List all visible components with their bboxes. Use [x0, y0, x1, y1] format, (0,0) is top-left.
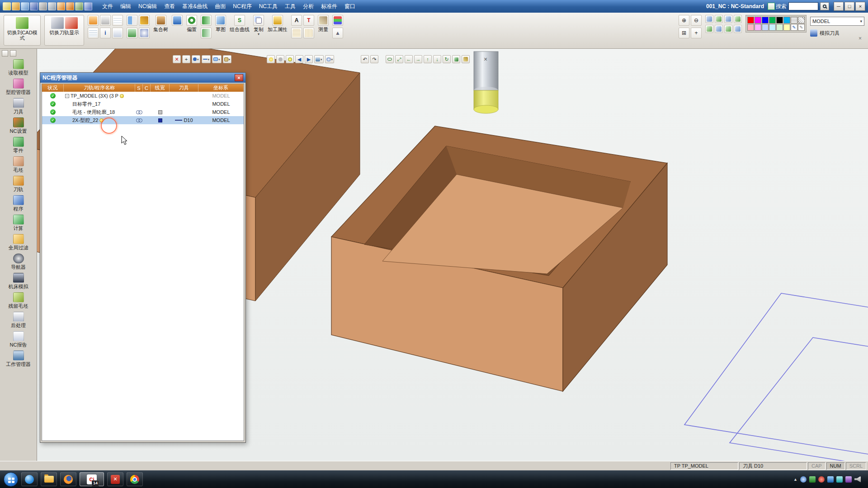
tray-expand-icon[interactable]: ▲	[793, 477, 797, 482]
nc-manager-close-button[interactable]: ×	[235, 74, 243, 81]
color-swatch[interactable]	[783, 17, 790, 23]
csys-icon[interactable]	[734, 25, 742, 33]
col-c[interactable]: C	[143, 84, 151, 92]
sidebar-item-nc-setup[interactable]: NC设置	[0, 116, 37, 136]
menu-standard-parts[interactable]: 标准件	[317, 1, 341, 12]
redo-icon[interactable]: ↷	[370, 55, 378, 63]
table-row[interactable]: ✓ − TP_MODEL (3X) (3 P MODEL	[42, 92, 244, 100]
zoom-fit-icon[interactable]: ⊞	[679, 28, 689, 38]
layers-color-icon[interactable]	[332, 15, 343, 26]
sidebar-item-nc-report[interactable]: NC报告	[0, 330, 37, 349]
tray-icon[interactable]	[827, 476, 834, 483]
menu-surface[interactable]: 曲面	[211, 1, 229, 12]
open-file-icon[interactable]	[12, 2, 20, 10]
sidebar-item-calculate[interactable]: 计算	[0, 213, 37, 233]
horizontal-ruler-icon[interactable]	[303, 28, 314, 38]
print-icon[interactable]	[48, 2, 56, 10]
color-swatch[interactable]	[776, 17, 783, 23]
rotate-view-icon[interactable]: ↻	[443, 55, 451, 63]
cutting-tool[interactable]: ×	[474, 52, 498, 113]
taskbar-chrome-button[interactable]	[127, 472, 143, 486]
copy-dropdown-icon[interactable]: ▾	[258, 32, 259, 36]
taskbar-explorer-button[interactable]	[41, 472, 57, 486]
connect-icon[interactable]	[386, 55, 394, 63]
pocket-box-model[interactable]	[331, 126, 667, 391]
close-button[interactable]: ×	[855, 2, 865, 11]
hide-all-icon[interactable]	[276, 55, 284, 63]
sidebar-item-program[interactable]: 程序	[0, 194, 37, 213]
hatch-swatch[interactable]	[791, 17, 797, 23]
tray-icon[interactable]	[809, 476, 816, 483]
sidebar-item-post-process[interactable]: 后处理	[0, 310, 37, 330]
export-icon[interactable]	[39, 2, 47, 10]
offset-button[interactable]: 偏置	[186, 15, 197, 32]
tray-icon[interactable]	[818, 476, 825, 483]
csys-icon[interactable]	[715, 25, 723, 33]
tray-volume-icon[interactable]	[854, 476, 861, 483]
display-mode-icon[interactable]: ▾	[325, 55, 335, 63]
sidebar-item-rest-stock[interactable]: 残留毛坯	[0, 291, 37, 310]
toggle-toolpath-display-button[interactable]: 切换刀轨显示	[44, 15, 84, 46]
minimize-button[interactable]: ─	[834, 2, 844, 11]
taskbar-cimatron-button[interactable]: Ci14	[80, 472, 104, 486]
3d-viewport[interactable]: × ✕ + ▾ ▾ ▾ ▾ ◀ ▶ ▾ ▾ ↶ ↷ ⤢ ← → ↑ ↓ ↻	[37, 49, 868, 461]
filter-vertex-icon[interactable]: ▾	[192, 55, 200, 63]
settings-icon[interactable]	[75, 2, 83, 10]
deselect-icon[interactable]: ✕	[173, 55, 181, 63]
list-icon[interactable]	[88, 28, 99, 38]
import-icon[interactable]	[21, 2, 29, 10]
color-swatch[interactable]	[747, 24, 754, 31]
help-icon[interactable]	[84, 2, 92, 10]
sidebar-pin-icon[interactable]	[10, 50, 16, 56]
menu-nc-program[interactable]: NC程序	[229, 1, 255, 12]
menu-edit[interactable]: 编辑	[117, 1, 135, 12]
pipe-icon[interactable]	[201, 15, 212, 26]
color-swatch[interactable]	[776, 24, 783, 31]
col-status[interactable]: 状况	[42, 84, 64, 92]
gauge-icon[interactable]	[139, 28, 150, 38]
zoom-in-icon[interactable]: ⊕	[679, 15, 689, 26]
maximize-button[interactable]: □	[844, 2, 854, 11]
taskbar-browser-button[interactable]	[21, 472, 38, 486]
linewidth-swatch[interactable]	[158, 110, 162, 114]
measure-button[interactable]: 测量	[318, 15, 329, 32]
taskbar-firefox-button[interactable]	[60, 472, 76, 486]
sidebar-item-stock[interactable]: 毛坯	[0, 155, 37, 174]
pointer-up-icon[interactable]: ▲	[332, 28, 343, 38]
pan-icon[interactable]: +	[691, 28, 702, 38]
assembly-tree-button[interactable]: 集合树	[153, 15, 168, 32]
table-row[interactable]: ✓ 毛坯 - 使用轮廓_18 MODEL	[42, 108, 244, 116]
tray-icon[interactable]	[845, 476, 852, 483]
undo-quick-icon[interactable]	[57, 2, 65, 10]
iso-view-icon[interactable]	[452, 55, 460, 63]
sidebar-item-machine-sim[interactable]: 机床模拟	[0, 272, 37, 291]
sidebar-item-toolpath[interactable]: 刀轨	[0, 174, 37, 194]
wireframe-contours[interactable]	[684, 293, 868, 461]
csys-icon[interactable]	[705, 15, 713, 23]
csys-icon[interactable]	[715, 15, 723, 23]
col-csys[interactable]: 坐标系	[198, 84, 244, 92]
layers-book-icon[interactable]: ▾	[314, 55, 324, 63]
machining-attrs-button[interactable]: 加工属性	[268, 15, 288, 32]
menu-file[interactable]: 文件	[99, 1, 117, 12]
pen-icon[interactable]: ✎	[798, 24, 805, 31]
text-tool-icon[interactable]: T	[303, 15, 314, 26]
menu-nc-tools[interactable]: NC工具	[255, 1, 281, 12]
color-swatch[interactable]	[755, 17, 761, 23]
ribbon-close-icon[interactable]: ×	[859, 35, 862, 42]
sidebar-item-tools[interactable]: 刀具	[0, 97, 37, 116]
menu-nc-edit[interactable]: NC编辑	[135, 1, 160, 12]
show-selected-icon[interactable]	[286, 55, 294, 63]
ruler-pen-icon[interactable]	[139, 15, 150, 26]
collapse-icon[interactable]: −	[65, 94, 69, 98]
ucs-icon[interactable]	[462, 55, 470, 63]
view-up-icon[interactable]: ↑	[424, 55, 432, 63]
vertical-ruler-icon[interactable]	[291, 28, 302, 38]
menu-window[interactable]: 窗口	[341, 1, 359, 12]
flag-icon[interactable]	[172, 15, 183, 26]
table-icon[interactable]	[88, 15, 99, 26]
zoom-out-icon[interactable]: ⊖	[691, 15, 702, 26]
switch-to-cad-button[interactable]: 切换到CAD模式	[4, 15, 41, 46]
menu-datum-curve[interactable]: 基准&曲线	[179, 1, 211, 12]
sidebar-grid-icon[interactable]	[2, 50, 8, 56]
